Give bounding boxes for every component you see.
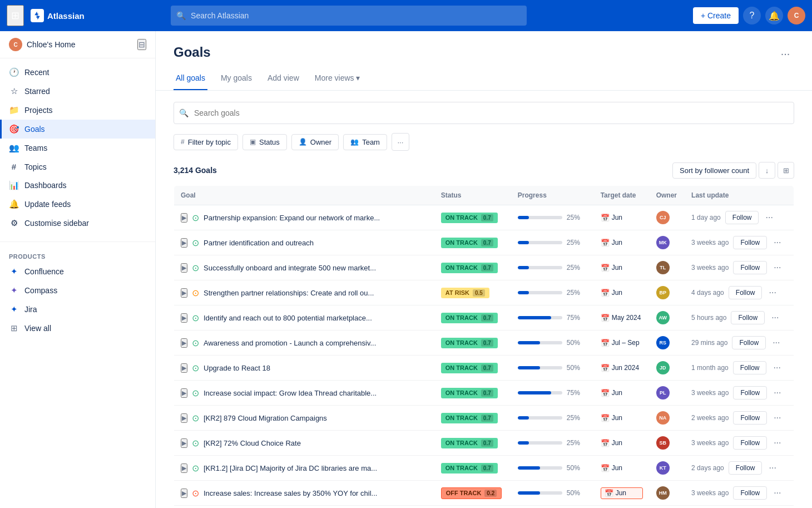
page-menu-button[interactable]: ··· xyxy=(776,45,794,62)
sidebar-item-customise[interactable]: ⚙Customise sidebar xyxy=(0,214,155,233)
follow-button[interactable]: Follow xyxy=(733,386,767,400)
follow-button[interactable]: Follow xyxy=(733,436,767,450)
row-menu-button[interactable]: ··· xyxy=(771,487,783,499)
follow-button[interactable]: Follow xyxy=(733,411,767,425)
follow-button[interactable]: Follow xyxy=(731,311,765,324)
sidebar-nav: 🕐Recent☆Starred📁Projects🎯Goals👥Teams#Top… xyxy=(0,58,155,237)
product-icon-view-all: ⊞ xyxy=(9,323,19,333)
status-badge: AT RISK 0.5 xyxy=(441,288,489,298)
expand-row-button[interactable]: ▶ xyxy=(181,338,187,348)
more-filters-button[interactable]: ··· xyxy=(392,133,409,151)
sidebar-product-jira[interactable]: ✦Jira xyxy=(0,300,155,319)
sort-button[interactable]: Sort by follower count xyxy=(672,162,756,179)
row-menu-button[interactable]: ··· xyxy=(771,236,783,249)
sidebar-product-compass[interactable]: ✦Compass xyxy=(0,281,155,300)
tab-more-views[interactable]: More views ▾ xyxy=(313,67,363,90)
follow-button[interactable]: Follow xyxy=(729,461,763,475)
sort-direction-button[interactable]: ↓ xyxy=(759,162,775,179)
row-menu-button[interactable]: ··· xyxy=(771,412,783,424)
sidebar: C Chloe's Home ⊟ 🕐Recent☆Starred📁Project… xyxy=(0,31,156,508)
table-row: ▶ ⊙ Market analysis to meet trends ON TR… xyxy=(174,506,794,509)
row-menu-button[interactable]: ··· xyxy=(766,287,778,299)
owner-cell: PL xyxy=(656,386,678,400)
sidebar-item-dashboards[interactable]: 📊Dashboards xyxy=(0,176,155,195)
sidebar-item-projects[interactable]: 📁Projects xyxy=(0,101,155,120)
goal-name: Partnership expansion: Expand our networ… xyxy=(204,214,380,222)
row-menu-button[interactable]: ··· xyxy=(766,462,778,474)
follow-button[interactable]: Follow xyxy=(733,361,767,374)
expand-row-button[interactable]: ▶ xyxy=(181,288,187,298)
owner-avatar: CJ xyxy=(656,211,670,224)
sidebar-product-view-all[interactable]: ⊞View all xyxy=(0,319,155,338)
owner-avatar: TL xyxy=(656,261,670,274)
calendar-icon: 📅 xyxy=(601,239,610,247)
goal-status-icon: ⊙ xyxy=(192,238,199,248)
filter-team-button[interactable]: 👥Team xyxy=(343,134,387,150)
help-button[interactable]: ? xyxy=(743,7,761,24)
row-menu-button[interactable]: ··· xyxy=(771,437,783,449)
create-button[interactable]: + Create xyxy=(693,7,739,24)
filter-owner-button[interactable]: 👤Owner xyxy=(291,134,339,150)
sidebar-label-teams: Teams xyxy=(24,144,47,152)
column-header-target-date: Target date xyxy=(594,186,650,205)
date-value: Jun xyxy=(612,289,622,297)
atlassian-logo[interactable]: Atlassian xyxy=(31,9,85,22)
view-toggle-button[interactable]: ⊞ xyxy=(778,162,794,179)
follow-button[interactable]: Follow xyxy=(725,211,759,224)
follow-button[interactable]: Follow xyxy=(732,336,766,349)
row-menu-button[interactable]: ··· xyxy=(770,337,782,349)
grid-menu-button[interactable]: ⊞ xyxy=(7,5,24,26)
tab-add-view[interactable]: Add view xyxy=(265,67,301,90)
tab-all-goals[interactable]: All goals xyxy=(174,67,207,90)
sidebar-item-teams[interactable]: 👥Teams xyxy=(0,139,155,157)
last-update: 3 weeks ago xyxy=(691,389,729,397)
expand-row-button[interactable]: ▶ xyxy=(181,489,187,498)
search-input[interactable] xyxy=(171,6,527,26)
filter-status-button[interactable]: ▣Status xyxy=(242,134,287,150)
expand-row-button[interactable]: ▶ xyxy=(181,213,187,223)
sidebar-product-confluence[interactable]: ✦Confluence xyxy=(0,262,155,281)
goal-name: Awareness and promotion - Launch a compr… xyxy=(204,339,376,347)
sidebar-icon-customise: ⚙ xyxy=(9,218,19,228)
product-icon-compass: ✦ xyxy=(9,285,19,295)
progress-bar-fill xyxy=(518,241,529,244)
notifications-button[interactable]: 🔔 xyxy=(765,7,783,24)
row-menu-button[interactable]: ··· xyxy=(769,312,781,324)
app-body: C Chloe's Home ⊟ 🕐Recent☆Starred📁Project… xyxy=(0,31,812,508)
progress-cell: 25% xyxy=(518,214,587,221)
row-menu-button[interactable]: ··· xyxy=(763,211,775,224)
expand-row-button[interactable]: ▶ xyxy=(181,238,187,248)
expand-row-button[interactable]: ▶ xyxy=(181,388,187,398)
sidebar-item-update-feeds[interactable]: 🔔Update feeds xyxy=(0,195,155,214)
expand-row-button[interactable]: ▶ xyxy=(181,463,187,473)
sidebar-user[interactable]: C Chloe's Home xyxy=(9,38,76,51)
sidebar-icon-projects: 📁 xyxy=(9,105,19,115)
follow-button[interactable]: Follow xyxy=(733,261,767,274)
expand-row-button[interactable]: ▶ xyxy=(181,263,187,273)
expand-row-button[interactable]: ▶ xyxy=(181,413,187,423)
sidebar-item-goals[interactable]: 🎯Goals xyxy=(0,120,155,139)
progress-bar-fill xyxy=(518,391,551,394)
row-menu-button[interactable]: ··· xyxy=(771,362,783,374)
column-header-status: Status xyxy=(434,186,511,205)
global-search: 🔍 xyxy=(171,6,527,26)
follow-button[interactable]: Follow xyxy=(729,286,763,299)
row-menu-button[interactable]: ··· xyxy=(771,387,783,399)
user-avatar-button[interactable]: C xyxy=(788,7,805,24)
sidebar-item-recent[interactable]: 🕐Recent xyxy=(0,63,155,82)
expand-row-button[interactable]: ▶ xyxy=(181,363,187,373)
search-goals-input[interactable] xyxy=(174,102,794,124)
follow-button[interactable]: Follow xyxy=(733,486,767,500)
product-label-view-all: View all xyxy=(24,324,51,333)
follow-button[interactable]: Follow xyxy=(733,236,767,249)
expand-row-button[interactable]: ▶ xyxy=(181,313,187,323)
expand-row-button[interactable]: ▶ xyxy=(181,438,187,448)
owner-cell: HM xyxy=(656,486,678,500)
sidebar-toggle-button[interactable]: ⊟ xyxy=(137,39,146,50)
sidebar-item-topics[interactable]: #Topics xyxy=(0,157,155,176)
sidebar-item-starred[interactable]: ☆Starred xyxy=(0,82,155,101)
tab-my-goals[interactable]: My goals xyxy=(219,67,254,90)
table-row: ▶ ⊙ Increase social impact: Grow Idea Th… xyxy=(174,381,794,406)
filter-topic-button[interactable]: #Filter by topic xyxy=(174,134,238,150)
row-menu-button[interactable]: ··· xyxy=(771,262,783,274)
